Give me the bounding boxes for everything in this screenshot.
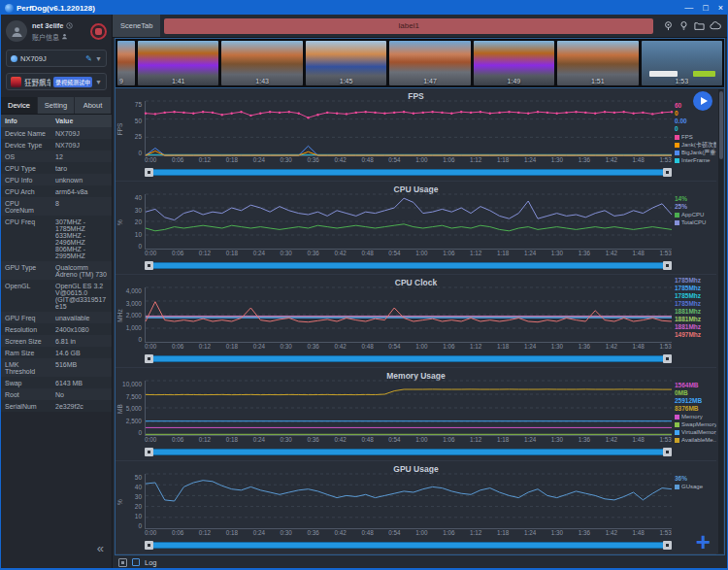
avatar[interactable] xyxy=(6,20,27,42)
y-tick-label: 40 xyxy=(135,484,142,490)
folder-icon[interactable] xyxy=(694,20,705,31)
x-tick-label: 1:30 xyxy=(551,529,563,539)
play-button[interactable] xyxy=(693,91,712,111)
app-icon xyxy=(11,77,21,87)
vertical-scrollbar[interactable] xyxy=(718,89,723,553)
slider-handle-right[interactable] xyxy=(663,261,672,270)
bulb-icon[interactable] xyxy=(678,20,689,31)
slider-track[interactable] xyxy=(149,262,668,269)
thumbnail-timestamp: 1:43 xyxy=(221,78,302,84)
slider-handle-left[interactable] xyxy=(145,354,153,363)
thumbnail-timestamp: 1:53 xyxy=(642,78,722,84)
slider-track[interactable] xyxy=(149,355,668,362)
scrollbar-thumb[interactable] xyxy=(719,91,723,159)
table-row: Screen Size6.81 in xyxy=(1,335,112,347)
video-thumbnail[interactable]: 1:51 xyxy=(557,41,638,85)
legend-item[interactable]: TotalCPU xyxy=(675,218,716,226)
legend-item[interactable]: SwapMemory xyxy=(675,420,716,428)
collapse-sidebar-button[interactable]: « xyxy=(97,541,104,555)
device-selector[interactable]: NX709J ✎ ▼ xyxy=(6,50,107,67)
x-tick-label: 1:00 xyxy=(415,250,427,259)
plot-area[interactable] xyxy=(145,474,672,529)
range-slider[interactable] xyxy=(145,167,672,179)
slider-handle-right[interactable] xyxy=(663,168,672,177)
cloud-icon[interactable] xyxy=(710,20,721,31)
x-tick-label: 0:24 xyxy=(253,529,265,539)
tab-setting[interactable]: Setting xyxy=(38,97,75,114)
y-tick-label: 30 xyxy=(135,493,142,500)
legend-item[interactable]: GUsage xyxy=(675,483,716,490)
x-tick-label: 0:06 xyxy=(172,156,183,166)
x-tick-label: 1:06 xyxy=(443,436,454,446)
video-thumbnail[interactable]: 1:47 xyxy=(389,41,470,85)
plot-area[interactable] xyxy=(145,101,672,156)
x-tick-label: 0:36 xyxy=(308,529,319,539)
tab-device[interactable]: Device xyxy=(1,97,38,114)
video-timeline: 91:411:431:451:471:491:511:53 xyxy=(115,38,725,88)
table-row: Resolution2400x1080 xyxy=(1,323,112,335)
video-thumbnail[interactable]: 1:43 xyxy=(221,41,302,85)
account-info-label[interactable]: 账户信息 xyxy=(32,32,59,42)
x-tick-label: 1:53 xyxy=(660,529,672,539)
legend-item[interactable]: AppCPU xyxy=(675,211,716,218)
label-bar[interactable]: label1 xyxy=(164,18,653,34)
video-thumbnail[interactable]: 9 xyxy=(117,41,135,85)
x-tick-label: 1:48 xyxy=(633,343,645,352)
range-slider[interactable] xyxy=(145,353,672,365)
legend-item[interactable]: VirtualMemory xyxy=(675,428,716,436)
slider-track[interactable] xyxy=(149,169,668,176)
slider-track[interactable] xyxy=(149,542,668,549)
slider-handle-left[interactable] xyxy=(145,168,153,177)
maximize-button[interactable]: □ xyxy=(703,2,708,14)
scene-tab[interactable]: SceneTab xyxy=(113,15,160,37)
log-checkbox[interactable] xyxy=(132,558,140,566)
plot-area[interactable] xyxy=(145,287,672,343)
app-selector[interactable]: 狂野飙车9: 竞速… 录视频测试中 ▼ xyxy=(6,73,107,90)
x-tick-label: 0:42 xyxy=(334,343,346,352)
y-tick-label: 50 xyxy=(135,474,142,481)
legend-item[interactable]: Jank(卡顿次数) xyxy=(675,141,716,149)
current-value-label: 0 xyxy=(675,125,716,133)
x-tick-label: 0:48 xyxy=(361,250,373,259)
marker-pin-icon[interactable] xyxy=(663,20,674,31)
plot-area[interactable] xyxy=(145,194,672,250)
legend-item[interactable]: InterFrame xyxy=(675,156,716,164)
chevron-down-icon[interactable]: ▼ xyxy=(95,79,102,85)
brush-icon[interactable]: ✎ xyxy=(85,54,92,63)
title-bar: PerfDog(v6.1.220128) — □ × xyxy=(1,1,727,15)
table-row: OS12 xyxy=(1,151,112,162)
slider-handle-left[interactable] xyxy=(145,448,153,456)
slider-handle-right[interactable] xyxy=(663,541,672,550)
legend-item[interactable]: BigJank(严重卡顿) xyxy=(675,149,716,156)
slider-handle-left[interactable] xyxy=(145,541,153,550)
current-value-label: 0 xyxy=(675,110,716,117)
legend-item[interactable]: FPS xyxy=(675,133,716,141)
expand-toggle-icon[interactable] xyxy=(118,558,127,567)
range-slider[interactable] xyxy=(145,540,672,552)
legend-item[interactable]: AvailableMe... xyxy=(675,436,716,444)
x-tick-label: 0:06 xyxy=(172,529,183,539)
range-slider[interactable] xyxy=(145,447,672,458)
slider-handle-right[interactable] xyxy=(663,448,672,456)
range-slider[interactable] xyxy=(145,260,672,272)
user-name: net 3elife xyxy=(32,21,64,30)
thumbnail-timestamp: 1:45 xyxy=(306,78,386,84)
slider-handle-left[interactable] xyxy=(145,261,153,270)
video-thumbnail[interactable]: 1:49 xyxy=(474,41,554,85)
video-thumbnail[interactable]: 1:41 xyxy=(138,41,218,85)
close-button[interactable]: × xyxy=(718,2,723,14)
legend-item[interactable]: Memory xyxy=(675,413,716,420)
chevron-down-icon[interactable]: ▼ xyxy=(95,55,102,62)
add-chart-button[interactable]: + xyxy=(696,531,711,553)
slider-track[interactable] xyxy=(149,449,668,455)
video-thumbnail[interactable]: 1:45 xyxy=(306,41,386,85)
x-tick-label: 1:53 xyxy=(660,436,672,446)
tab-about[interactable]: About xyxy=(75,97,112,114)
video-thumbnail[interactable]: 1:53 xyxy=(642,41,722,85)
slider-handle-right[interactable] xyxy=(663,354,672,363)
plot-area[interactable] xyxy=(145,381,672,436)
x-tick-label: 1:24 xyxy=(524,250,536,259)
minimize-button[interactable]: — xyxy=(684,2,693,14)
x-tick-label: 1:48 xyxy=(633,250,645,259)
stop-record-button[interactable] xyxy=(90,23,107,40)
